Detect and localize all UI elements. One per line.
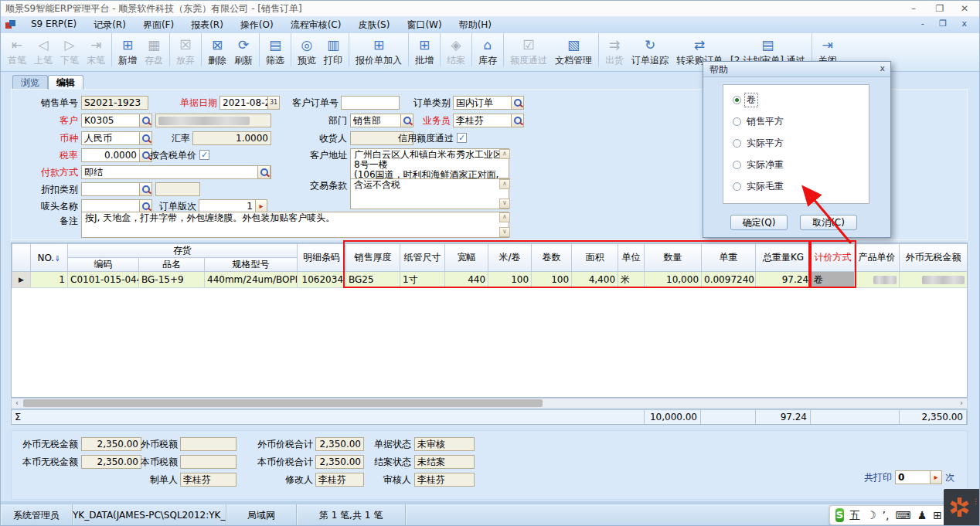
menu-item[interactable]: 帮助(H) [451,17,500,33]
menu-item[interactable]: 流程审核(C) [282,17,350,33]
col-area[interactable]: 面积 [572,244,618,272]
cell-area[interactable]: 4,400 [572,272,618,288]
ok-button[interactable]: 确定(Q) [730,215,788,230]
scroll-left-icon[interactable]: ‹ [12,399,22,408]
mdi-window-controls[interactable]: - ❐ x [921,19,973,29]
cell-meters-per-roll[interactable]: 100 [488,272,532,288]
tab-browse[interactable]: 浏览 [12,75,48,90]
toolbar-button[interactable]: ↻ 订单追踪 [628,33,672,66]
scroll-down-icon[interactable]: ∨ [499,227,510,237]
pricing-option[interactable]: 实际平方 [733,137,869,149]
cell-unit[interactable]: 米 [618,272,645,288]
dialog-title-bar[interactable]: 帮助 x [703,62,890,77]
col-unit[interactable]: 单位 [618,244,645,272]
order-type-field[interactable]: 国内订单 [453,96,512,110]
ime-mode-icon[interactable]: ⌨ [895,506,910,524]
order-type-lookup-icon[interactable] [511,96,524,110]
ime-mode-icon[interactable]: ’, [883,506,890,524]
scroll-up-icon[interactable]: ∧ [499,179,510,189]
ime-mode-icon[interactable]: ♟ [917,506,927,524]
menu-item[interactable]: 记录(R) [85,17,134,33]
cell-rolls[interactable]: 100 [532,272,572,288]
spinner-icon[interactable]: ▸ [930,470,942,484]
toolbar-button[interactable]: ⟳ 刷新 [230,33,257,66]
toolbar-button[interactable]: ▤ 筛选 [259,33,288,66]
col-unit-weight[interactable]: 单重 [702,244,756,272]
customer-po-field[interactable] [341,96,400,110]
maximize-icon[interactable]: ❐ [927,2,953,15]
hscroll-thumb[interactable] [23,399,543,407]
ime-mode-icon[interactable]: 五 [849,506,860,524]
payment-lookup-icon[interactable] [257,165,271,179]
toolbar-button[interactable]: ◁ 上笔 [30,33,56,66]
toolbar-button[interactable]: ⊞ 报价单加入 [349,33,406,66]
calendar-icon[interactable]: 31 [267,96,280,110]
col-foreign-amount[interactable]: 外币无税金额 [900,244,968,272]
scroll-up-icon[interactable]: ∧ [499,149,510,159]
cell-width[interactable]: 440 [445,272,488,288]
discount-field[interactable] [81,182,140,196]
sogou-logo-icon[interactable]: S [835,508,844,522]
col-thickness[interactable]: 销售厚度 [346,244,400,272]
toolbar-button[interactable]: ☒ 放弃 [169,33,199,66]
toolbar-button[interactable]: ▧ 文档管理 [551,33,596,66]
customer-code-field[interactable]: K0305 [81,114,140,127]
cancel-button[interactable]: 取消(C) [800,215,857,230]
cell-qty[interactable]: 10,000 [645,272,702,288]
tax-rate-field[interactable]: 0.0000 [81,148,140,162]
toolbar-button[interactable]: ⊞ 批增 [408,33,437,66]
cell-total-weight[interactable]: 97.24 [756,272,812,288]
tax-included-checkbox[interactable]: ✓ [199,150,209,160]
toolbar-button[interactable]: ⊞ 新增 [111,33,141,66]
col-no[interactable]: NO.⇓ [31,244,68,272]
currency-field[interactable]: 人民币 [81,131,140,145]
toolbar-button[interactable]: ⇉ 出货 [598,33,628,66]
salesman-lookup-icon[interactable] [511,114,524,127]
cell-unit-price[interactable] [855,272,900,288]
customer-lookup-icon[interactable] [139,114,152,127]
currency-lookup-icon[interactable] [139,131,152,145]
toolbar-button[interactable]: ◎ 预览 [291,33,320,66]
tab-edit[interactable]: 编辑 [48,75,83,90]
recorder-logo[interactable]: ✱ ▶ ⋮ [944,489,980,526]
menu-item[interactable]: 皮肤(S) [349,17,398,33]
toolbar-button[interactable]: ◈ 结案 [440,33,469,66]
close-icon[interactable]: ✕ [951,2,978,15]
menu-item[interactable]: S9 ERP(E) [22,17,85,33]
order-line-row[interactable]: ▶ 1 C0101-015-0440-09 BG-15+9 440mm/24um… [12,272,968,288]
scroll-right-icon[interactable]: › [956,399,967,408]
menu-item[interactable]: 报表(R) [182,17,232,33]
col-width[interactable]: 宽幅 [445,244,488,272]
terms-field[interactable]: 含运不含税 [350,178,509,209]
cell-foreign-amount[interactable] [900,272,968,288]
pricing-option[interactable]: 卷 [733,93,869,106]
cell-unit-weight[interactable]: 0.0097240 [702,272,756,288]
col-pricing-method[interactable]: 计价方式 [812,244,855,272]
discount-lookup-icon[interactable] [139,182,152,196]
pricing-option[interactable]: 实际净重 [733,158,869,171]
remark-scrollbar[interactable]: ∧∨ [499,212,510,237]
cell-item-code[interactable]: C0101-015-0440-09 [68,272,139,288]
terms-scrollbar[interactable]: ∧∨ [499,179,510,209]
ime-mode-icon[interactable]: ⊞ [933,506,942,524]
col-item-name[interactable]: 品名 [139,258,205,272]
scroll-up-icon[interactable]: ∧ [499,212,510,222]
remark-field[interactable]: 按J, 天地盒，打井字带，外包缠绕膜。外包装加贴客户唛头。 [81,212,509,238]
toolbar-button[interactable]: ⊠ 删除 [201,33,230,66]
grid-hscrollbar[interactable]: ‹ › [11,398,968,409]
toolbar-button[interactable]: ⇥ 末笔 [83,33,109,66]
menu-item[interactable]: 操作(O) [232,17,282,33]
payment-field[interactable]: 即结 [81,165,271,179]
cell-tube[interactable]: 1寸 [400,272,445,288]
toolbar-button[interactable]: ⌂ 库存 [471,33,501,66]
toolbar-button[interactable]: ☑ 额度通过 [503,33,551,66]
pricing-option[interactable]: 实际毛重 [733,180,869,192]
sales-no-field[interactable]: S2021-1923 [81,96,148,110]
col-unit-price[interactable]: 产品单价 [855,244,900,272]
cell-pricing-method[interactable]: 卷 [812,272,855,288]
cell-barcode[interactable]: 1062034 [298,272,346,288]
toolbar-button[interactable]: ⇤ 首笔 [4,33,30,66]
col-inventory-group[interactable]: 存货 [68,244,298,258]
col-item-spec[interactable]: 规格型号 [205,258,298,272]
col-total-weight[interactable]: 总重量KG [756,244,812,272]
